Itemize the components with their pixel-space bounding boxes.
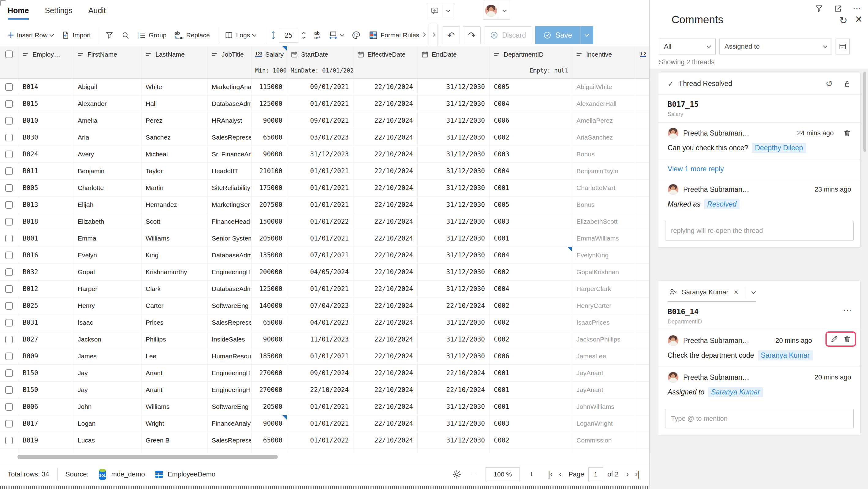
column-header-DepartmentID[interactable]: DepartmentID: [490, 46, 572, 62]
row-checkbox[interactable]: [5, 184, 13, 192]
cell-EmployeeID[interactable]: B005: [18, 180, 73, 196]
cell-EndDate[interactable]: 31/12/2030: [417, 331, 490, 347]
cell-LastName[interactable]: King: [141, 247, 208, 264]
cell-T[interactable]: [637, 331, 649, 347]
next-page-button[interactable]: ›: [623, 469, 632, 479]
mention-chip[interactable]: Deepthy Dileep: [752, 143, 806, 153]
tab-audit[interactable]: Audit: [88, 6, 106, 20]
cell-EmployeeID[interactable]: B019: [18, 432, 73, 449]
cell-T[interactable]: [637, 95, 649, 112]
cell-EmployeeID[interactable]: B030: [18, 129, 73, 146]
row-checkbox[interactable]: [5, 302, 13, 310]
panel-scrollbar[interactable]: [863, 71, 866, 152]
row-checkbox[interactable]: [5, 100, 13, 108]
cell-Salary[interactable]: 270000: [251, 381, 287, 398]
cell-JobTitle[interactable]: EngineeringH: [208, 264, 251, 280]
cell-EndDate[interactable]: 31/12/2030: [417, 129, 490, 146]
cell-FirstName[interactable]: Abigail: [73, 79, 141, 95]
wrap-text-button[interactable]: ab c↵: [314, 31, 321, 40]
cell-Incentive[interactable]: LoganWright: [572, 415, 637, 432]
cell-Salary[interactable]: 125000: [251, 281, 287, 297]
row-checkbox[interactable]: [5, 386, 13, 394]
logs-button[interactable]: Logs: [224, 31, 256, 39]
group-button[interactable]: Group: [138, 31, 166, 39]
filter-button[interactable]: [105, 31, 114, 39]
cell-LastName[interactable]: Anant: [141, 365, 208, 381]
cell-JobTitle[interactable]: SoftwareEng: [208, 298, 251, 314]
mention-chip[interactable]: Saranya Kumar: [708, 387, 763, 397]
cell-Incentive[interactable]: AlexanderHall: [572, 95, 637, 112]
cell-FirstName[interactable]: Avery: [73, 146, 141, 162]
lock-icon[interactable]: [843, 80, 851, 88]
cell-LastName[interactable]: Hall: [141, 95, 208, 112]
cell-FirstName[interactable]: Logan: [73, 415, 141, 432]
cell-StartDate[interactable]: 01/01/2021: [287, 398, 353, 415]
edit-comment-icon[interactable]: [830, 335, 838, 343]
cell-Salary[interactable]: 125000: [251, 95, 287, 112]
cell-FirstName[interactable]: John: [73, 398, 141, 415]
cell-JobTitle[interactable]: InsideSales: [208, 331, 251, 347]
row-checkbox[interactable]: [5, 117, 13, 125]
row-checkbox[interactable]: [5, 151, 13, 158]
cell-EffectiveDate[interactable]: 22/10/2024: [353, 129, 417, 146]
cell-FirstName[interactable]: Aria: [73, 129, 141, 146]
cell-JobTitle[interactable]: Sr. FinanceAn: [208, 146, 251, 162]
cell-Salary[interactable]: 200000: [251, 264, 287, 280]
save-button[interactable]: Save: [535, 26, 580, 44]
cell-StartDate[interactable]: 01/01/2021: [287, 163, 353, 179]
more-options-icon[interactable]: ⋯: [853, 3, 862, 13]
cell-FirstName[interactable]: Jay: [73, 381, 141, 398]
redo-button[interactable]: ↷: [463, 26, 480, 44]
cell-FirstName[interactable]: Jackson: [73, 331, 141, 347]
cell-JobTitle[interactable]: MarketingSer: [208, 196, 251, 213]
cell-DepartmentID[interactable]: C006: [490, 348, 572, 364]
cell-JobTitle[interactable]: HeadofIT: [208, 163, 251, 179]
cell-DepartmentID[interactable]: C005: [490, 196, 572, 213]
cell-Incentive[interactable]: ElizabethScott: [572, 213, 637, 230]
cell-JobTitle[interactable]: SoftwareEng: [208, 398, 251, 415]
cell-EndDate[interactable]: 31/12/2030: [417, 415, 490, 432]
cell-DepartmentID[interactable]: C004: [490, 281, 572, 297]
cell-DepartmentID[interactable]: C003: [490, 146, 572, 162]
cell-Incentive[interactable]: AbigailWhite: [572, 79, 637, 95]
cell-EmployeeID[interactable]: B011: [18, 163, 73, 179]
cell-Incentive[interactable]: IsaacPrices: [572, 314, 637, 331]
cell-Salary[interactable]: 207500: [251, 196, 287, 213]
cell-Incentive[interactable]: EmmaWilliams: [572, 230, 637, 247]
cell-StartDate[interactable]: 01/01/2021: [287, 230, 353, 247]
cell-StartDate[interactable]: 03/01/2023: [287, 129, 353, 146]
cell-LastName[interactable]: Anant: [141, 381, 208, 398]
cell-JobTitle[interactable]: DatabaseAdm: [208, 281, 251, 297]
cell-JobTitle[interactable]: DatabaseAdm: [208, 247, 251, 264]
row-checkbox[interactable]: [5, 134, 13, 142]
filter-comments-icon[interactable]: [815, 4, 823, 13]
cell-Incentive[interactable]: AmeliaPerez: [572, 112, 637, 129]
cell-EffectiveDate[interactable]: 22/10/2024: [353, 432, 417, 449]
prev-page-button[interactable]: ‹: [556, 469, 565, 479]
cell-EmployeeID[interactable]: B016: [18, 247, 73, 264]
cell-DepartmentID[interactable]: C006: [490, 112, 572, 129]
cell-Salary[interactable]: 150000: [251, 213, 287, 230]
cell-EmployeeID[interactable]: B014: [18, 79, 73, 95]
cell-LastName[interactable]: Krishnamurthy: [141, 264, 208, 280]
new-comment-input[interactable]: Type @ to mention: [665, 409, 854, 428]
discard-button[interactable]: Discard: [484, 26, 532, 44]
cell-EmployeeID[interactable]: B150: [18, 381, 73, 398]
cell-StartDate[interactable]: 01/01/2022: [287, 432, 353, 449]
replace-button[interactable]: ab ↳ac Replace: [175, 31, 210, 40]
cell-LastName[interactable]: Sanchez: [141, 129, 208, 146]
row-checkbox[interactable]: [5, 336, 13, 343]
cell-T[interactable]: [637, 432, 649, 449]
cell-EndDate[interactable]: 31/12/2030: [417, 432, 490, 449]
cell-DepartmentID[interactable]: C001: [490, 180, 572, 196]
cell-T[interactable]: [637, 112, 649, 129]
cell-Salary[interactable]: 65000: [251, 129, 287, 146]
cell-EmployeeID[interactable]: [18, 449, 73, 453]
tab-home[interactable]: Home: [8, 6, 29, 20]
cell-Incentive[interactable]: [572, 449, 637, 453]
cell-DepartmentID[interactable]: C002: [490, 129, 572, 146]
cell-EndDate[interactable]: 31/12/2030: [417, 230, 490, 247]
cell-EmployeeID[interactable]: B010: [18, 112, 73, 129]
page-input[interactable]: 1: [588, 467, 603, 481]
cell-DepartmentID[interactable]: C004: [490, 247, 572, 264]
